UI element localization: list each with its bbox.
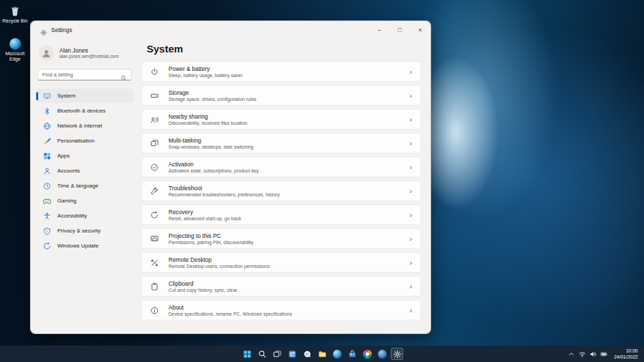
privacy-icon	[43, 227, 51, 235]
edge-icon	[9, 37, 21, 50]
taskbar-tray: 10:00 24/01/2022	[567, 348, 641, 360]
chevron-right-icon: ›	[409, 259, 412, 267]
settings-card-clipboard[interactable]: ClipboardCut and copy history, sync, cle…	[141, 276, 421, 297]
chevron-right-icon: ›	[409, 307, 412, 314]
minimize-button[interactable]: –	[369, 21, 390, 39]
sidebar-item-accessibility[interactable]: Accessibility	[36, 209, 133, 223]
maximize-button[interactable]: □	[390, 21, 410, 39]
search-icon	[121, 72, 127, 78]
update-icon	[43, 242, 51, 250]
desktop-icon-microsoft-edge[interactable]: Microsoft Edge	[0, 37, 30, 62]
card-title: Power & battery	[169, 65, 243, 72]
page-title: System	[147, 43, 421, 55]
power-icon	[150, 67, 159, 76]
settings-card-projecting-to-this-pc[interactable]: Projecting to this PCPermissions, pairin…	[141, 228, 421, 249]
sidebar-item-system[interactable]: System	[36, 89, 133, 103]
taskbar-clock[interactable]: 10:00 24/01/2022	[611, 348, 641, 360]
card-title: Storage	[169, 89, 257, 96]
sidebar-item-accounts[interactable]: Accounts	[36, 164, 133, 178]
settings-card-recovery[interactable]: RecoveryReset, advanced start-up, go bac…	[141, 205, 421, 225]
window-title: Settings	[51, 27, 72, 33]
tray-date: 24/01/2022	[614, 354, 638, 360]
recycle-bin-icon	[9, 5, 21, 17]
sidebar-item-label: Apps	[57, 153, 70, 159]
card-subtitle: Storage space, drives, configuration rul…	[169, 97, 257, 102]
sidebar-item-label: Time & language	[57, 183, 98, 189]
settings-card-storage[interactable]: StorageStorage space, drives, configurat…	[141, 85, 421, 106]
profile-name: Alan Jones	[59, 47, 119, 54]
sidebar-item-label: Accounts	[57, 168, 80, 174]
card-subtitle: Discoverability, received files location	[169, 121, 247, 126]
tray-icons	[567, 349, 609, 359]
taskbar-tb-search-icon[interactable]	[256, 348, 268, 360]
troubleshoot-icon	[150, 187, 159, 196]
sidebar-item-label: Gaming	[57, 198, 76, 204]
taskbar-photos-icon[interactable]	[361, 348, 373, 360]
settings-card-activation[interactable]: ActivationActivation state, subscription…	[141, 157, 421, 177]
card-title: Activation	[169, 161, 259, 168]
chevron-right-icon: ›	[409, 68, 412, 76]
settings-card-multi-tasking[interactable]: Multi-taskingSnap windows, desktops, tas…	[141, 133, 421, 153]
titlebar[interactable]: Settings – □ ×	[31, 21, 430, 39]
sidebar-item-windows-update[interactable]: Windows Update	[36, 239, 133, 253]
taskbar-app-blue-icon[interactable]	[376, 348, 388, 360]
settings-card-nearby-sharing[interactable]: Nearby sharingDiscoverability, received …	[141, 109, 421, 130]
card-title: Recovery	[169, 209, 241, 215]
search-box	[38, 69, 132, 80]
taskbar-start-icon[interactable]	[241, 348, 253, 360]
card-title: Troubleshoot	[169, 185, 280, 192]
desktop-icon-recycle-bin[interactable]: Recycle Bin	[0, 5, 30, 24]
card-title: Nearby sharing	[169, 113, 247, 120]
taskbar: 10:00 24/01/2022	[0, 346, 644, 362]
sidebar-item-label: Network & internet	[57, 123, 102, 129]
settings-card-power-battery[interactable]: Power & batterySleep, battery usage, bat…	[141, 61, 421, 82]
apps-icon	[43, 152, 51, 160]
wifi-icon[interactable]	[578, 349, 587, 359]
multitask-icon	[150, 139, 159, 148]
personalisation-icon	[43, 137, 51, 145]
sidebar-nav: SystemBluetooth & devicesNetwork & inter…	[36, 89, 133, 253]
chevron-right-icon: ›	[409, 187, 412, 195]
close-button[interactable]: ×	[410, 21, 430, 39]
chevron-up-icon[interactable]	[567, 349, 576, 359]
system-icon	[43, 92, 51, 100]
taskbar-settings-icon[interactable]	[391, 348, 403, 360]
sidebar-item-label: Bluetooth & devices	[57, 108, 106, 114]
card-subtitle: Activation state, subscriptions, product…	[169, 168, 259, 174]
card-subtitle: Device specifications, rename PC, Window…	[169, 312, 292, 317]
sidebar-item-label: Privacy & security	[57, 228, 101, 234]
sidebar-item-bluetooth-devices[interactable]: Bluetooth & devices	[36, 104, 133, 118]
taskbar-edge-icon[interactable]	[331, 348, 343, 360]
profile[interactable]: Alan Jones alan.jones.wm@hotmail.com	[36, 42, 133, 66]
card-subtitle: Snap windows, desktops, task switching	[169, 145, 254, 150]
settings-card-troubleshoot[interactable]: TroubleshootRecommended troubleshooters,…	[141, 181, 421, 201]
taskbar-file-explorer-icon[interactable]	[316, 348, 328, 360]
settings-window: Settings – □ × Alan Jones alan.jones.wm@…	[30, 20, 431, 334]
card-subtitle: Reset, advanced start-up, go back	[169, 216, 241, 222]
desktop-icon-label: Microsoft Edge	[5, 51, 25, 61]
search-input[interactable]	[42, 72, 121, 78]
volume-icon[interactable]	[589, 349, 598, 359]
sidebar-item-gaming[interactable]: Gaming	[36, 194, 133, 208]
sidebar-item-time-language[interactable]: Time & language	[36, 179, 133, 193]
chevron-right-icon: ›	[409, 283, 412, 290]
taskbar-widgets-icon[interactable]	[286, 348, 298, 360]
sidebar-item-privacy-security[interactable]: Privacy & security	[36, 224, 133, 238]
bluetooth-icon	[43, 107, 51, 115]
sidebar-item-personalisation[interactable]: Personalisation	[36, 134, 133, 148]
sidebar-item-label: Windows Update	[57, 243, 98, 249]
desktop-icon-label: Recycle Bin	[3, 18, 28, 23]
taskbar-chat-icon[interactable]	[301, 348, 313, 360]
card-title: Multi-tasking	[169, 137, 254, 144]
settings-card-about[interactable]: AboutDevice specifications, rename PC, W…	[141, 300, 421, 320]
sidebar-item-apps[interactable]: Apps	[36, 149, 133, 163]
settings-card-list: Power & batterySleep, battery usage, bat…	[141, 61, 421, 320]
sidebar-item-network-internet[interactable]: Network & internet	[36, 119, 133, 133]
card-subtitle: Recommended troubleshooters, preferences…	[169, 192, 280, 198]
chevron-right-icon: ›	[409, 211, 412, 219]
battery-icon[interactable]	[600, 349, 609, 359]
taskbar-store-icon[interactable]	[346, 348, 358, 360]
card-subtitle: Permissions, pairing PIN, discoverabilit…	[169, 240, 254, 245]
settings-card-remote-desktop[interactable]: Remote DesktopRemote Desktop users, conn…	[141, 252, 421, 273]
taskbar-task-view-icon[interactable]	[271, 348, 283, 360]
